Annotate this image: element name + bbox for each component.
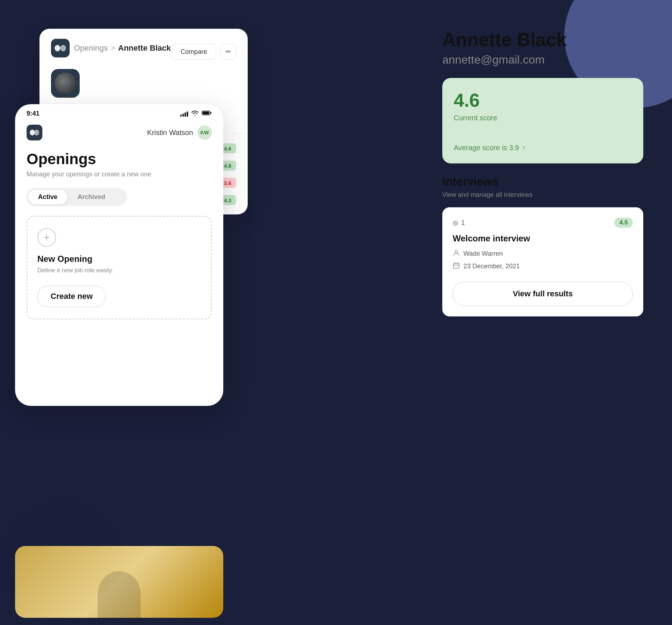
avg-score-text: Average score is 3.9 bbox=[454, 144, 519, 152]
mobile-logo-icon bbox=[27, 125, 42, 140]
interview-date-row: 23 December, 2021 bbox=[453, 262, 633, 271]
interviews-subtitle: View and manage all interviews bbox=[442, 191, 643, 199]
job-avatar-inner bbox=[55, 73, 76, 94]
interview-date: 23 December, 2021 bbox=[463, 263, 520, 270]
bar-2 bbox=[182, 114, 184, 117]
candidate-email: annette@gmail.com bbox=[442, 53, 643, 66]
svg-rect-4 bbox=[210, 112, 211, 114]
desktop-logo-icon bbox=[51, 39, 70, 57]
status-right bbox=[180, 110, 212, 117]
score-card: 4.6 Current score Average score is 3.9 ↑ bbox=[442, 78, 643, 163]
status-bar: 9:41 bbox=[15, 104, 223, 120]
page-subtitle: Manage your openings or create a new one bbox=[27, 171, 212, 178]
golden-card-person bbox=[98, 571, 141, 618]
bar-4 bbox=[187, 111, 188, 117]
bar-1 bbox=[180, 115, 182, 117]
svg-point-0 bbox=[55, 45, 60, 51]
right-panel: Annette Black annette@gmail.com 4.6 Curr… bbox=[442, 29, 643, 316]
bar-3 bbox=[185, 112, 186, 117]
score-label: Current score bbox=[454, 114, 632, 122]
wifi-icon bbox=[191, 110, 199, 117]
interviewer-name: Wade Warren bbox=[463, 250, 503, 258]
user-section: Kristin Watson KW bbox=[147, 125, 212, 140]
mobile-content: Openings Manage your openings or create … bbox=[15, 148, 223, 338]
golden-card bbox=[15, 546, 223, 618]
user-avatar[interactable]: KW bbox=[197, 125, 212, 140]
calendar-icon bbox=[453, 262, 460, 271]
interview-interviewer: Wade Warren bbox=[453, 249, 633, 258]
edit-icon: ✏ bbox=[226, 48, 231, 56]
svg-point-1 bbox=[60, 45, 66, 51]
count-icon: ◎ bbox=[453, 219, 458, 227]
interview-score-badge: 4.5 bbox=[614, 218, 633, 228]
mobile-logo bbox=[27, 125, 42, 140]
avg-score-arrow: ↑ bbox=[522, 144, 526, 152]
breadcrumb-separator: > bbox=[111, 43, 115, 53]
user-name: Kristin Watson bbox=[147, 129, 193, 137]
breadcrumb: Openings > Annette Black bbox=[74, 43, 171, 53]
interview-count: ◎ 1 bbox=[453, 219, 465, 227]
interview-title: Welcome interview bbox=[453, 233, 633, 244]
page-title: Openings bbox=[27, 151, 212, 168]
signal-bars bbox=[180, 111, 188, 117]
avg-score: Average score is 3.9 ↑ bbox=[454, 144, 632, 152]
opening-description: Define a new job role easily. bbox=[37, 267, 201, 274]
svg-rect-8 bbox=[453, 263, 459, 268]
job-actions: Compare ✏ bbox=[172, 44, 236, 60]
candidate-name: Annette Black bbox=[442, 29, 643, 50]
tabs-container: Active Archived bbox=[27, 188, 127, 206]
compare-button[interactable]: Compare bbox=[172, 44, 216, 60]
view-full-results-button[interactable]: View full results bbox=[453, 282, 633, 306]
svg-point-6 bbox=[34, 130, 39, 135]
plus-circle[interactable]: + bbox=[37, 228, 56, 247]
interview-card: ◎ 1 4.5 Welcome interview Wade Warren bbox=[442, 207, 643, 316]
opening-title: New Opening bbox=[37, 254, 201, 264]
svg-point-5 bbox=[30, 130, 35, 135]
create-new-button[interactable]: Create new bbox=[37, 286, 106, 307]
battery-icon bbox=[202, 110, 212, 117]
job-avatar bbox=[51, 69, 80, 98]
svg-rect-3 bbox=[203, 112, 209, 115]
breadcrumb-current: Annette Black bbox=[118, 43, 171, 53]
current-score: 4.6 bbox=[454, 89, 632, 111]
tab-archived[interactable]: Archived bbox=[67, 190, 115, 204]
tab-active[interactable]: Active bbox=[28, 190, 67, 204]
edit-button[interactable]: ✏ bbox=[220, 44, 236, 60]
breadcrumb-root[interactable]: Openings bbox=[74, 43, 108, 53]
mobile-header: Kristin Watson KW bbox=[15, 120, 223, 148]
svg-point-7 bbox=[455, 250, 458, 253]
time-display: 9:41 bbox=[27, 110, 39, 117]
interview-card-header: ◎ 1 4.5 bbox=[453, 218, 633, 228]
interviews-title: Interviews bbox=[442, 175, 643, 188]
person-icon bbox=[453, 249, 460, 258]
count-number: 1 bbox=[461, 219, 465, 227]
mobile-card: 9:41 bbox=[15, 104, 223, 406]
new-opening-card: + New Opening Define a new job role easi… bbox=[27, 216, 212, 319]
